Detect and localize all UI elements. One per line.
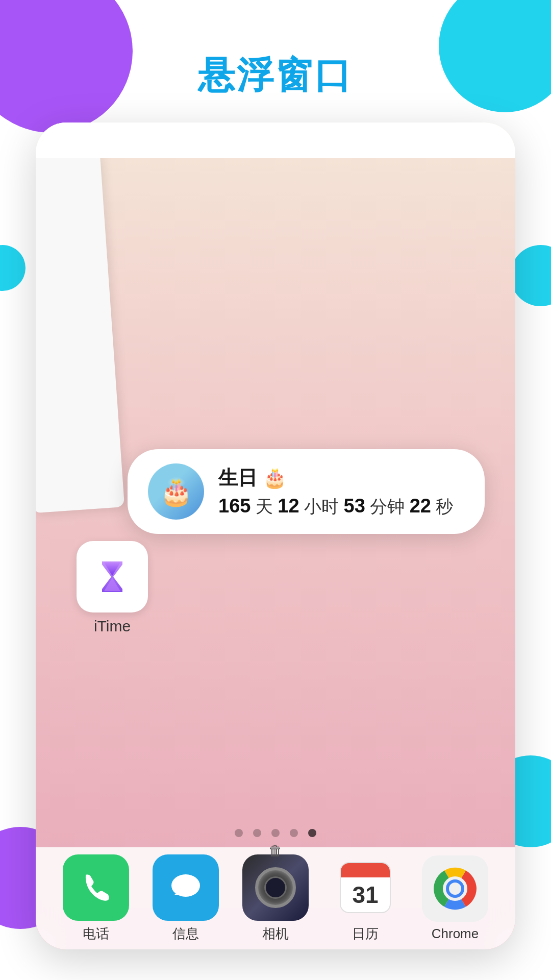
chrome-icon bbox=[432, 866, 478, 912]
phone-topbar bbox=[36, 122, 515, 158]
dot-1[interactable] bbox=[235, 829, 243, 837]
bg-blob-cyan-rm bbox=[510, 245, 551, 306]
messages-icon bbox=[165, 867, 206, 908]
dot-3[interactable] bbox=[271, 829, 280, 837]
messages-app-icon bbox=[153, 854, 219, 921]
widget-title: 生日 🎂 bbox=[218, 465, 464, 491]
bg-blob-cyan-lm bbox=[0, 245, 26, 291]
camera-app-icon: 🗑 bbox=[242, 854, 309, 921]
itime-label: iTime bbox=[94, 618, 131, 635]
camera-lens bbox=[255, 867, 296, 908]
calendar-box: 31 bbox=[340, 862, 391, 913]
page-title: 悬浮窗口 bbox=[0, 51, 551, 100]
hourglass-icon bbox=[92, 556, 133, 597]
widget-content: 生日 🎂 165 天 12 小时 53 分钟 22 秒 bbox=[218, 465, 464, 519]
phone-app-icon bbox=[63, 854, 129, 921]
phone-icon bbox=[78, 870, 114, 905]
widget-avatar: 🎂 bbox=[148, 463, 204, 520]
chrome-label: Chrome bbox=[432, 926, 479, 942]
calendar-body: 31 bbox=[341, 877, 390, 912]
widget-countdown: 165 天 12 小时 53 分钟 22 秒 bbox=[218, 495, 464, 519]
dot-2[interactable] bbox=[253, 829, 261, 837]
calendar-header bbox=[341, 863, 390, 877]
itime-app-icon[interactable]: iTime bbox=[77, 541, 148, 635]
calendar-app-icon: 31 bbox=[332, 854, 398, 921]
dock-item-messages[interactable]: 信息 bbox=[153, 854, 219, 943]
phone-label: 电话 bbox=[83, 925, 109, 943]
floating-widget[interactable]: 🎂 生日 🎂 165 天 12 小时 53 分钟 22 秒 bbox=[128, 449, 485, 534]
dock-item-chrome[interactable]: Chrome bbox=[422, 855, 488, 942]
dock-item-phone[interactable]: 电话 bbox=[63, 854, 129, 943]
phone-mockup: 🎂 生日 🎂 165 天 12 小时 53 分钟 22 秒 bbox=[36, 122, 515, 949]
dot-4[interactable] bbox=[290, 829, 298, 837]
camera-label: 相机 bbox=[262, 925, 289, 943]
svg-point-5 bbox=[449, 883, 461, 895]
calendar-label: 日历 bbox=[352, 925, 379, 943]
itime-icon-box bbox=[77, 541, 148, 612]
svg-point-0 bbox=[171, 874, 200, 897]
dock: 电话 信息 🗑 相机 bbox=[36, 847, 515, 949]
trash-icon: 🗑 bbox=[268, 842, 283, 859]
page-dots bbox=[36, 829, 515, 837]
phone-screen: 🎂 生日 🎂 165 天 12 小时 53 分钟 22 秒 bbox=[36, 122, 515, 949]
dot-5-active[interactable] bbox=[308, 829, 316, 837]
chrome-app-icon bbox=[422, 855, 488, 922]
messages-label: 信息 bbox=[172, 925, 199, 943]
dock-item-calendar[interactable]: 31 日历 bbox=[332, 854, 398, 943]
paper-layer bbox=[36, 151, 124, 513]
camera-lens-inner bbox=[264, 876, 287, 899]
dock-item-camera[interactable]: 🗑 相机 bbox=[242, 854, 309, 943]
